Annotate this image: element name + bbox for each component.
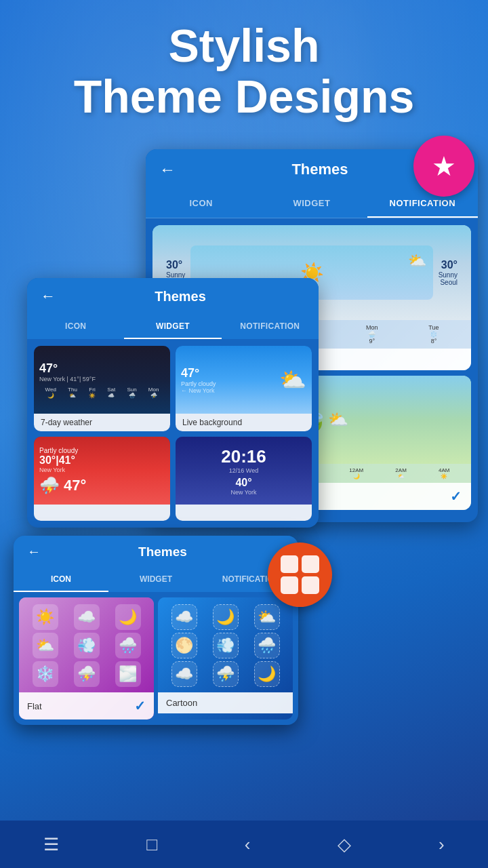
- grid-item-red-label: [34, 505, 170, 521]
- tab-widget-front[interactable]: WIDGET: [108, 568, 203, 592]
- theme-card-cartoon[interactable]: ☁️ 🌙 ⛅ 🌕 💨 🌧️ ☁️ ⛈️ 🌙 Cartoon: [158, 597, 293, 719]
- nav-home-icon[interactable]: □: [146, 834, 157, 855]
- panel-icon: ← Themes ICON WIDGET NOTIFICATION ☀️ ☁️ …: [14, 536, 298, 725]
- bottom-navigation: ☰ □ ‹ ◇ ›: [0, 821, 488, 868]
- cartoon-icon-moon: 🌙: [213, 604, 239, 630]
- tab-icon-back[interactable]: ICON: [146, 190, 256, 218]
- fab-grid-icon: [281, 555, 319, 594]
- theme-cartoon-label: Cartoon: [158, 692, 293, 713]
- badge-button[interactable]: ★: [413, 136, 474, 197]
- weather-icon-fog: 🌫️: [115, 661, 141, 687]
- cartoon-icon-sun: 🌕: [171, 633, 197, 658]
- nav-forward-icon[interactable]: ›: [439, 834, 445, 855]
- star-icon: ★: [432, 151, 456, 182]
- tab-notification-back[interactable]: NOTIFICATION: [367, 190, 478, 218]
- grid-item-clock-label: [176, 505, 312, 521]
- page-title: Stylish Theme Designs: [0, 20, 488, 122]
- weather-icon-thunder: ⛈️: [74, 661, 100, 687]
- grid-item-red[interactable]: Partly cloudy 30°|41° New York ⛈️ 47°: [34, 437, 170, 521]
- cartoon-icon-crescent: 🌙: [254, 661, 280, 687]
- theme-flat-label: Flat ✓: [19, 692, 154, 719]
- back-arrow-notification[interactable]: ←: [159, 160, 176, 179]
- weather-icon-sun: ☀️: [33, 604, 58, 630]
- grid-item-live-label: Live background: [176, 414, 312, 431]
- theme-card-flat[interactable]: ☀️ ☁️ 🌙 ⛅ 💨 🌧️ ❄️ ⛈️ 🌫️ Flat ✓: [19, 597, 154, 719]
- back-arrow-icon[interactable]: ←: [27, 544, 41, 559]
- weather-icon-rain: 🌧️: [115, 633, 141, 658]
- checkmark-hourly: ✓: [450, 488, 462, 505]
- weather-icon-snow: ❄️: [33, 661, 58, 687]
- nav-menu-icon[interactable]: ☰: [43, 834, 59, 855]
- weather-icon-partly: ⛅: [33, 633, 58, 658]
- tab-icon-front[interactable]: ICON: [14, 568, 108, 592]
- weather-icon-moon: 🌙: [115, 604, 141, 630]
- cartoon-icon-cloud1: ☁️: [171, 604, 197, 630]
- grid-item-7day[interactable]: 47° New York | 41°| 59°F Wed🌙 Thu⛅ Fri☀️…: [34, 346, 170, 431]
- weather-icon-wind: 💨: [74, 633, 100, 658]
- cartoon-icon-partly: ⛅: [254, 604, 280, 630]
- nav-recents-icon[interactable]: ◇: [338, 834, 351, 855]
- cartoon-icon-wind: 💨: [213, 633, 239, 658]
- tab-icon-mid[interactable]: ICON: [27, 315, 124, 339]
- cartoon-icon-cloud2: ☁️: [171, 661, 197, 687]
- tab-notification-mid[interactable]: NOTIFICATION: [222, 315, 319, 339]
- weather-icon-cloud: ☁️: [74, 604, 100, 630]
- grid-item-live[interactable]: 47° Partly cloudy ← New York ⛅ Live back…: [176, 346, 312, 431]
- panel-icon-title: Themes: [41, 545, 285, 559]
- tab-widget-mid[interactable]: WIDGET: [124, 315, 221, 339]
- cartoon-icon-thunder: ⛈️: [213, 661, 239, 687]
- panel-widget: ← Themes ICON WIDGET NOTIFICATION 47° Ne…: [27, 278, 319, 528]
- nav-back-icon[interactable]: ‹: [245, 834, 251, 855]
- grid-item-clock[interactable]: 20:16 12/16 Wed 40° New York: [176, 437, 312, 521]
- tab-widget-back[interactable]: WIDGET: [256, 190, 367, 218]
- cartoon-icon-rain: 🌧️: [254, 633, 280, 658]
- fab-grid-button[interactable]: [268, 542, 332, 607]
- panel-widget-title: Themes: [56, 289, 305, 304]
- grid-item-7day-label: 7-day weather: [34, 414, 170, 431]
- back-arrow-widget[interactable]: ←: [41, 288, 56, 305]
- checkmark-flat: ✓: [134, 698, 146, 714]
